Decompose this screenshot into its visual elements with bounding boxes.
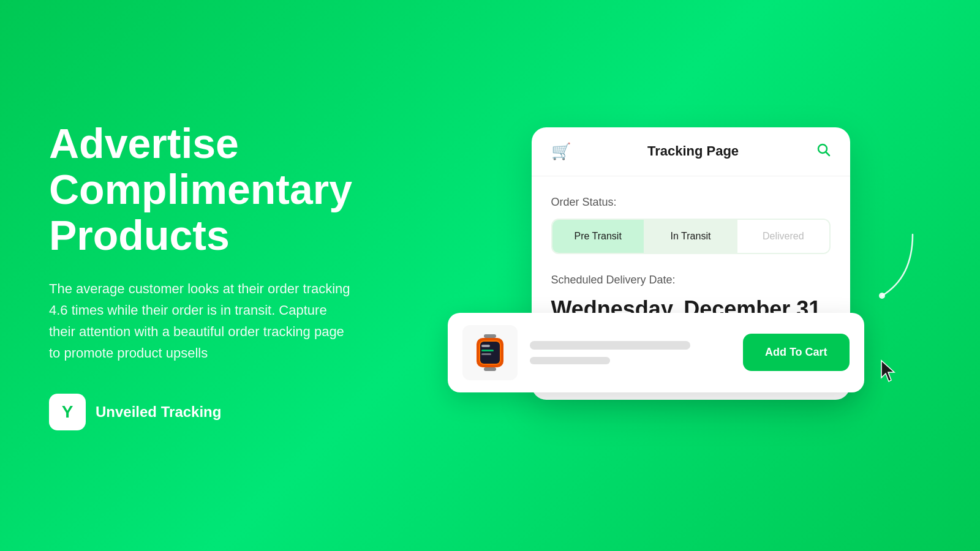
upsell-card-container: Add To Cart [448, 313, 876, 392]
svg-line-1 [826, 152, 829, 156]
svg-rect-8 [481, 353, 491, 355]
svg-rect-2 [484, 334, 496, 338]
cursor-icon [879, 359, 901, 384]
delivery-label: Scheduled Delivery Date: [551, 274, 831, 287]
connector-curve [870, 228, 919, 302]
product-name-placeholder [530, 341, 691, 350]
svg-rect-9 [484, 367, 496, 371]
tab-delivered[interactable]: Delivered [737, 220, 829, 253]
left-section: Advertise Complimentary Products The ave… [0, 84, 401, 467]
tab-in-transit[interactable]: In Transit [645, 220, 737, 253]
brand-row: Y Unveiled Tracking [49, 394, 352, 430]
cart-icon: 🛒 [551, 142, 571, 161]
svg-rect-6 [481, 345, 490, 347]
description: The average customer looks at their orde… [49, 278, 352, 364]
cursor-wrapper [879, 359, 901, 386]
add-to-cart-button[interactable]: Add To Cart [743, 334, 850, 371]
right-section: 🛒 Tracking Page Order Status: Pre Transi… [401, 127, 980, 424]
svg-point-10 [879, 293, 885, 299]
status-tabs: Pre Transit In Transit Delivered [551, 219, 831, 254]
main-heading: Advertise Complimentary Products [49, 121, 352, 258]
svg-rect-7 [481, 350, 494, 351]
tab-pre-transit[interactable]: Pre Transit [552, 220, 645, 253]
card-header: 🛒 Tracking Page [532, 127, 850, 176]
product-image [462, 325, 518, 380]
order-status-label: Order Status: [551, 196, 831, 209]
brand-logo: Y [49, 394, 86, 430]
upsell-card: Add To Cart [448, 313, 864, 392]
product-info [530, 341, 731, 364]
product-price-placeholder [530, 357, 610, 364]
search-icon[interactable] [816, 142, 831, 160]
brand-name: Unveiled Tracking [96, 403, 221, 421]
tracking-page-title: Tracking Page [647, 143, 739, 159]
